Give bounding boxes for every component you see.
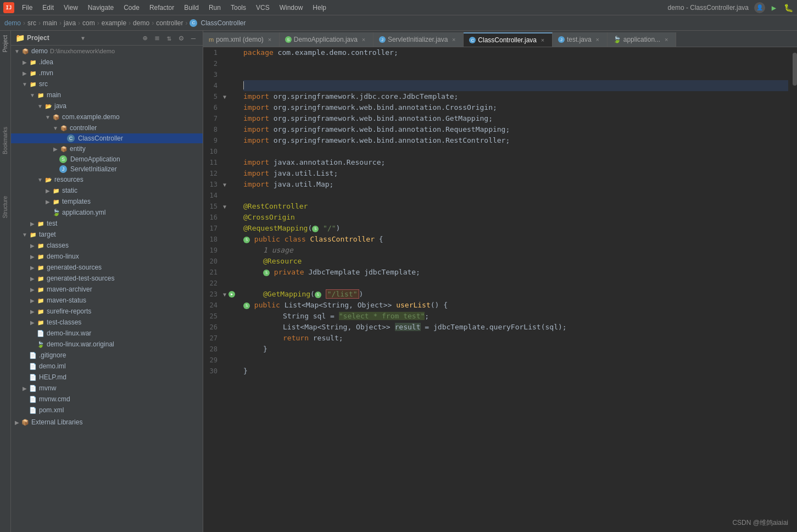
user-icon[interactable]: 👤 xyxy=(754,2,765,13)
tab-application[interactable]: 🍃 application... × xyxy=(607,32,676,47)
menu-view[interactable]: View xyxy=(59,3,82,13)
tree-item-iml[interactable]: 📄 demo.iml xyxy=(11,361,203,372)
sidebar-dropdown-arrow[interactable]: ▼ xyxy=(81,35,85,41)
breadcrumb-demo2[interactable]: demo xyxy=(133,19,149,27)
tab-classcontroller-close[interactable]: × xyxy=(539,36,547,44)
fold-15[interactable]: ▼ xyxy=(221,204,228,210)
menu-window[interactable]: Window xyxy=(275,3,308,13)
breadcrumb-example[interactable]: example xyxy=(102,19,126,27)
scrollbar-thumb[interactable] xyxy=(793,53,797,86)
menu-build[interactable]: Build xyxy=(180,3,203,13)
breadcrumb-src[interactable]: src xyxy=(27,19,36,27)
tree-item-static[interactable]: ▶ 📁 static xyxy=(11,185,203,196)
tree-item-maven-archiver[interactable]: ▶ 📁 maven-archiver xyxy=(11,284,203,295)
breadcrumb-classcontroller[interactable]: ClassController xyxy=(200,19,246,27)
tree-arrow-classes[interactable]: ▶ xyxy=(29,243,36,249)
menu-tools[interactable]: Tools xyxy=(226,3,250,13)
tree-item-src[interactable]: ▼ 📁 src xyxy=(11,79,203,89)
tree-arrow-testclasses[interactable]: ▶ xyxy=(29,320,36,326)
sidebar-collapse-btn[interactable]: ≡ xyxy=(152,33,162,43)
tab-app-close[interactable]: × xyxy=(662,36,670,43)
debug-icon[interactable]: 🐛 xyxy=(783,2,794,13)
tab-demo-close[interactable]: × xyxy=(360,36,367,43)
tree-item-generated-sources[interactable]: ▶ 📁 generated-sources xyxy=(11,262,203,273)
tree-item-generated-test-sources[interactable]: ▶ 📁 generated-test-sources xyxy=(11,273,203,284)
menu-refactor[interactable]: Refactor xyxy=(145,3,179,13)
tree-arrow-mavenstatus[interactable]: ▶ xyxy=(29,298,36,304)
tree-arrow[interactable]: ▼ xyxy=(44,114,52,120)
code-editor[interactable]: 1 2 3 4 5 ▼ xyxy=(203,47,797,532)
tree-item-package[interactable]: ▼ 📦 com.example.demo xyxy=(11,111,203,122)
tab-servlet[interactable]: J ServletInitializer.java × xyxy=(374,32,464,47)
breadcrumb-main[interactable]: main xyxy=(43,19,57,27)
tree-item-external[interactable]: ▶ 📦 External Libraries xyxy=(11,417,203,428)
sidebar-add-btn[interactable]: ⊕ xyxy=(140,33,150,43)
tree-item-demoapplication[interactable]: S DemoApplication xyxy=(11,154,203,164)
tree-item-demo-root[interactable]: ▼ 📦 demo D:\linuxhomework\demo xyxy=(11,46,203,57)
tree-arrow[interactable]: ▶ xyxy=(21,70,29,76)
tree-item-templates[interactable]: ▶ 📁 templates xyxy=(11,196,203,207)
tree-item-mvnw[interactable]: ▶ 📄 mvnw xyxy=(11,383,203,394)
tree-item-demo-linux[interactable]: ▶ 📁 demo-linux xyxy=(11,251,203,262)
tree-arrow-surefire[interactable]: ▶ xyxy=(29,309,36,315)
tree-item-test[interactable]: ▶ 📁 test xyxy=(11,218,203,229)
fold-5[interactable]: ▼ xyxy=(221,94,228,100)
tree-item-gitignore[interactable]: 📄 .gitignore xyxy=(11,350,203,361)
sidebar-project-label[interactable]: Project xyxy=(1,33,9,54)
tree-arrow[interactable]: ▼ xyxy=(29,92,36,98)
tree-arrow-gensrc[interactable]: ▶ xyxy=(29,265,36,271)
menu-help[interactable]: Help xyxy=(308,3,331,13)
tab-pom[interactable]: m pom.xml (demo) × xyxy=(203,32,280,47)
tree-arrow[interactable]: ▶ xyxy=(52,146,59,152)
fold-13[interactable]: ▼ xyxy=(221,182,228,188)
breadcrumb-com[interactable]: com xyxy=(82,19,95,27)
tree-item-help[interactable]: 📄 HELP.md xyxy=(11,372,203,383)
tree-item-mvnw-cmd[interactable]: 📄 mvnw.cmd xyxy=(11,394,203,405)
tree-item-main[interactable]: ▼ 📁 main xyxy=(11,89,203,100)
tree-arrow[interactable]: ▶ xyxy=(21,59,29,65)
tree-arrow-resources[interactable]: ▼ xyxy=(36,177,44,183)
tree-item-pom[interactable]: 📄 pom.xml xyxy=(11,405,203,416)
tree-item-java[interactable]: ▼ 📂 java xyxy=(11,100,203,111)
tree-item-mvn[interactable]: ▶ 📁 .mvn xyxy=(11,68,203,79)
tab-demoapplication[interactable]: S DemoApplication.java × xyxy=(280,32,374,47)
tree-item-war[interactable]: 📄 demo-linux.war xyxy=(11,328,203,339)
tree-arrow-mvnw[interactable]: ▶ xyxy=(21,385,29,391)
tab-pom-close[interactable]: × xyxy=(266,36,274,43)
breadcrumb-demo[interactable]: demo xyxy=(4,19,21,27)
scrollbar-track[interactable] xyxy=(793,47,797,532)
tree-item-classes[interactable]: ▶ 📁 classes xyxy=(11,240,203,251)
tab-test[interactable]: J test.java × xyxy=(553,32,607,47)
tree-item-maven-status[interactable]: ▶ 📁 maven-status xyxy=(11,295,203,306)
tree-item-entity[interactable]: ▶ 📦 entity xyxy=(11,143,203,154)
menu-navigate[interactable]: Navigate xyxy=(83,3,118,13)
tree-item-resources[interactable]: ▼ 📂 resources xyxy=(11,174,203,185)
code-lines[interactable]: package com.example.demo.controller; imp… xyxy=(239,47,793,532)
breadcrumb-java[interactable]: java xyxy=(64,19,76,27)
menu-vcs[interactable]: VCS xyxy=(252,3,274,13)
tab-classcontroller[interactable]: C ClassController.java × xyxy=(464,32,553,47)
tree-item-war-orig[interactable]: 🍃 demo-linux.war.original xyxy=(11,339,203,350)
tree-arrow-static[interactable]: ▶ xyxy=(44,188,52,194)
run-icon[interactable]: ▶ xyxy=(768,2,779,13)
sidebar-minimize-btn[interactable]: — xyxy=(188,33,198,43)
tree-arrow-test[interactable]: ▶ xyxy=(29,221,36,227)
tree-arrow-templates[interactable]: ▶ xyxy=(44,199,52,205)
tree-arrow-target[interactable]: ▼ xyxy=(21,232,29,238)
tree-item-controller[interactable]: ▼ 📦 controller xyxy=(11,122,203,133)
gutter-run-23[interactable]: ▶ xyxy=(228,291,235,298)
tree-item-application-yml[interactable]: 🍃 application.yml xyxy=(11,207,203,218)
menu-edit[interactable]: Edit xyxy=(38,3,58,13)
tab-servlet-close[interactable]: × xyxy=(450,36,458,43)
tree-item-classcontroller[interactable]: C ClassController xyxy=(11,133,203,143)
tree-item-surefire[interactable]: ▶ 📁 surefire-reports xyxy=(11,306,203,317)
tree-item-idea[interactable]: ▶ 📁 .idea xyxy=(11,57,203,68)
breadcrumb-controller[interactable]: controller xyxy=(156,19,183,27)
tree-arrow-external[interactable]: ▶ xyxy=(13,419,21,425)
sidebar-bookmarks-label[interactable]: Bookmarks xyxy=(1,125,9,156)
tree-arrow[interactable]: ▼ xyxy=(52,125,59,131)
sidebar-expand-btn[interactable]: ⇅ xyxy=(164,33,174,43)
fold-23[interactable]: ▼ xyxy=(221,292,228,298)
tree-arrow-gentestsrc[interactable]: ▶ xyxy=(29,276,36,282)
menu-run[interactable]: Run xyxy=(204,3,225,13)
